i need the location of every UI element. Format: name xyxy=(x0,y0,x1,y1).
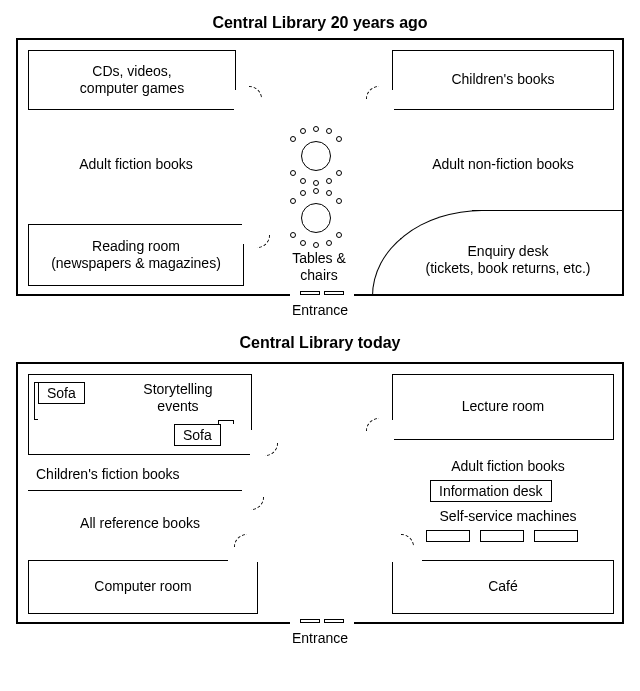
label-entrance: Entrance xyxy=(292,302,348,318)
room-lecture: Lecture room xyxy=(392,374,614,440)
label-entrance: Entrance xyxy=(292,630,348,646)
page: Central Library 20 years ago CDs, videos… xyxy=(0,0,640,672)
label-adult-fiction: Adult fiction books xyxy=(402,454,614,480)
self-service-machine xyxy=(426,530,470,542)
plan1-title: Central Library 20 years ago xyxy=(14,14,626,32)
area-label: Adult non-fiction books xyxy=(432,156,574,174)
table-with-chairs xyxy=(286,188,346,248)
label-storytelling: Storytelling events xyxy=(118,378,238,418)
label-all-reference: All reference books xyxy=(28,504,252,544)
sofa-label: Sofa xyxy=(174,424,221,446)
room-label: CDs, videos, computer games xyxy=(80,63,184,98)
room-label: Lecture room xyxy=(462,398,544,416)
label-tables-chairs: Tables & chairs xyxy=(274,250,364,284)
area-adult-fiction: Adult fiction books xyxy=(28,130,244,200)
room-label: Computer room xyxy=(94,578,191,596)
floor-plan-today: Sofa Storytelling events Sofa Lecture ro… xyxy=(16,362,624,624)
room-label: Reading room (newspapers & magazines) xyxy=(51,238,221,273)
room-label: Café xyxy=(488,578,518,596)
area-label: Adult fiction books xyxy=(79,156,193,174)
plan2-title: Central Library today xyxy=(14,334,626,352)
room-cds-videos-games: CDs, videos, computer games xyxy=(28,50,236,110)
room-label: Children's books xyxy=(451,71,554,89)
information-desk: Information desk xyxy=(430,480,552,502)
room-childrens-books: Children's books xyxy=(392,50,614,110)
room-cafe: Café xyxy=(392,560,614,614)
sofa-label: Sofa xyxy=(38,382,85,404)
self-service-machine xyxy=(480,530,524,542)
room-reading-room: Reading room (newspapers & magazines) xyxy=(28,224,244,286)
self-service-machine xyxy=(534,530,578,542)
floor-plan-before: CDs, videos, computer games Children's b… xyxy=(16,38,624,296)
label-children-fiction: Children's fiction books xyxy=(28,460,252,490)
area-adult-nonfiction: Adult non-fiction books xyxy=(392,130,614,200)
label-self-service: Self-service machines xyxy=(402,506,614,528)
table-with-chairs xyxy=(286,126,346,186)
room-computer-room: Computer room xyxy=(28,560,258,614)
